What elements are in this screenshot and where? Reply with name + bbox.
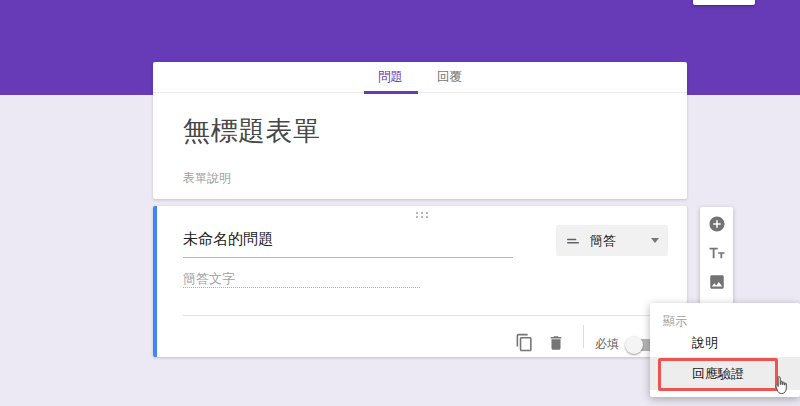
tab-responses[interactable]: 回覆	[437, 62, 462, 93]
question-type-label: 簡答	[590, 232, 616, 250]
question-footer-divider	[183, 315, 657, 316]
short-answer-icon	[565, 233, 581, 249]
add-question-icon[interactable]	[708, 215, 726, 233]
question-card[interactable]: 未命名的問題 簡答 簡答文字 必填	[153, 206, 687, 357]
form-description-input[interactable]: 表單說明	[183, 170, 657, 187]
tab-responses-label: 回覆	[437, 69, 462, 86]
annotation-highlight-box	[658, 358, 778, 391]
forms-editor-page: 問題 回覆 無標題表單 表單說明 未命名的問題	[0, 0, 800, 406]
form-title-section: 無標題表單 表單說明	[153, 93, 687, 187]
hand-cursor-icon	[771, 375, 791, 402]
show-options-menu: 顯示 說明 回應驗證	[650, 303, 800, 397]
side-toolbar	[700, 207, 733, 307]
active-tab-underline	[364, 91, 418, 94]
menu-header: 顯示	[663, 313, 687, 330]
tab-questions-label: 問題	[378, 69, 403, 86]
form-title-card: 問題 回覆 無標題表單 表單說明	[153, 62, 687, 199]
add-image-icon[interactable]	[708, 273, 726, 291]
delete-question-button[interactable]	[547, 334, 567, 354]
drag-handle-icon[interactable]	[416, 212, 428, 218]
answer-underline	[183, 287, 420, 288]
menu-item-description[interactable]: 說明	[692, 334, 718, 352]
chevron-down-icon	[651, 238, 659, 243]
short-answer-placeholder[interactable]: 簡答文字	[183, 270, 235, 288]
required-label: 必填	[595, 336, 619, 353]
question-title-input[interactable]: 未命名的問題	[183, 230, 513, 258]
duplicate-question-button[interactable]	[515, 333, 535, 353]
footer-separator	[583, 325, 584, 348]
tab-questions[interactable]: 問題	[378, 62, 403, 93]
question-type-dropdown[interactable]: 簡答	[556, 225, 668, 256]
required-toggle-thumb	[625, 336, 643, 354]
form-title-input[interactable]: 無標題表單	[183, 113, 657, 149]
tab-bar: 問題 回覆	[153, 62, 687, 93]
send-button[interactable]	[693, 0, 755, 5]
add-title-text-icon[interactable]	[708, 244, 726, 262]
